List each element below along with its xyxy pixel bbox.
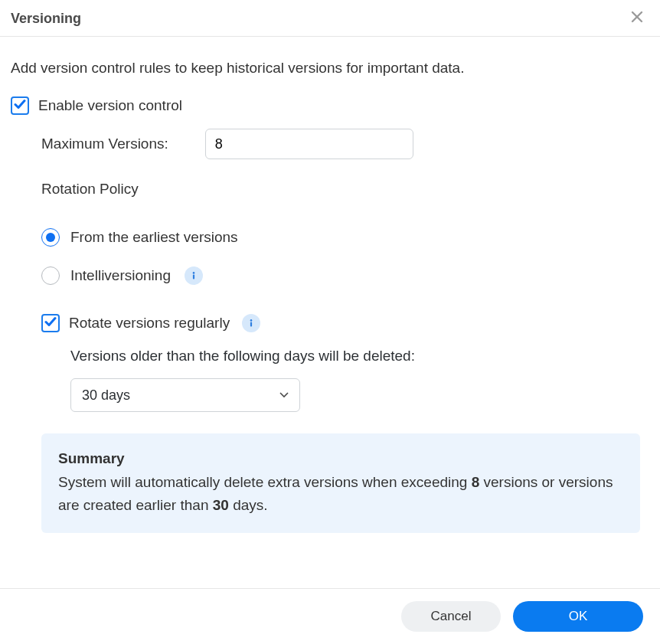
rotate-regularly-description: Versions older than the following days w… (70, 348, 649, 364)
close-icon (631, 11, 643, 27)
rotate-regularly-row: Rotate versions regularly (41, 314, 649, 332)
close-button[interactable] (629, 11, 645, 27)
dialog-header: Versioning (0, 0, 660, 37)
rotation-policy-label: Rotation Policy (41, 181, 649, 198)
max-versions-label: Maximum Versions: (41, 136, 168, 152)
days-select[interactable]: 30 days (70, 378, 300, 412)
rotation-option-intelli-label: Intelliversioning (70, 267, 171, 284)
svg-point-4 (250, 319, 253, 322)
chevron-down-icon (279, 392, 289, 398)
dialog-body: Add version control rules to keep histor… (0, 37, 660, 588)
enable-version-control-row: Enable version control (11, 96, 649, 115)
summary-text: System will automatically delete extra v… (58, 471, 623, 516)
summary-text-post: days. (229, 497, 268, 513)
summary-text-pre: System will automatically delete extra v… (58, 474, 472, 490)
enable-version-control-checkbox[interactable] (11, 96, 29, 115)
max-versions-input[interactable] (205, 129, 413, 159)
svg-point-2 (193, 272, 195, 274)
info-icon (247, 315, 256, 332)
enable-version-control-label: Enable version control (38, 97, 182, 114)
max-versions-row: Maximum Versions: (41, 129, 649, 159)
intelliversioning-info-button[interactable] (185, 266, 203, 285)
check-icon (14, 98, 26, 114)
rotate-regularly-info-button[interactable] (242, 314, 260, 332)
versioning-dialog: Versioning Add version control rules to … (0, 0, 660, 644)
info-icon (189, 268, 198, 284)
rotation-option-earliest-radio[interactable] (41, 228, 60, 247)
summary-box: Summary System will automatically delete… (41, 433, 640, 533)
svg-rect-5 (250, 322, 252, 326)
ok-button[interactable]: OK (513, 601, 643, 632)
summary-title: Summary (58, 447, 623, 469)
rotate-regularly-checkbox[interactable] (41, 314, 60, 332)
rotation-option-earliest-row: From the earliest versions (41, 228, 649, 247)
rotate-regularly-label: Rotate versions regularly (69, 315, 230, 332)
svg-rect-3 (193, 274, 194, 279)
description-text: Add version control rules to keep histor… (11, 60, 649, 77)
rotation-option-intelli-row: Intelliversioning (41, 266, 649, 285)
cancel-button-label: Cancel (431, 609, 472, 624)
cancel-button[interactable]: Cancel (401, 601, 501, 632)
summary-bold-days: 30 (213, 497, 229, 513)
dialog-footer: Cancel OK (0, 588, 660, 644)
check-icon (44, 315, 57, 332)
days-select-wrap: 30 days (70, 378, 649, 412)
dialog-title: Versioning (11, 11, 81, 27)
rotation-option-intelli-radio[interactable] (41, 266, 60, 285)
ok-button-label: OK (569, 609, 588, 624)
summary-bold-versions: 8 (472, 474, 480, 490)
rotation-option-earliest-label: From the earliest versions (70, 229, 238, 246)
days-select-value: 30 days (82, 387, 130, 404)
